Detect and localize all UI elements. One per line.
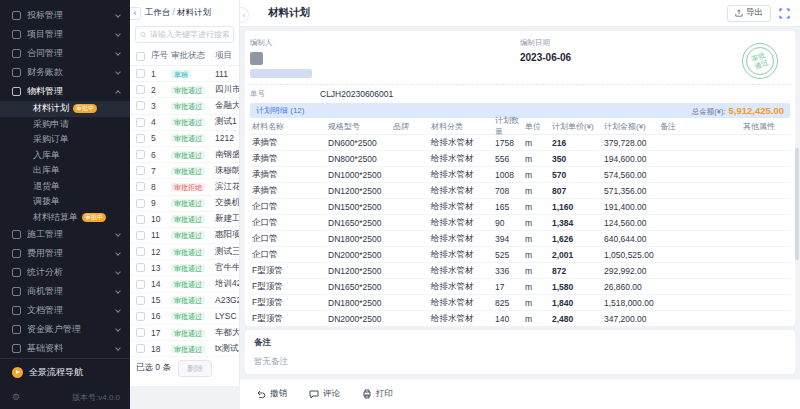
list-item[interactable]: 2审批通过四川市政项 <box>130 82 239 98</box>
row-checkbox[interactable] <box>136 182 145 191</box>
search-input[interactable] <box>150 30 229 39</box>
status-badge: 审批通过 <box>171 231 205 239</box>
list-item[interactable]: 13审批通过官牛牛 <box>130 260 239 276</box>
sidebar-item-return-order[interactable]: 退货单 <box>0 179 130 195</box>
sidebar-footer: 全景流程导航 ⚙ 版本号:v4.0.0 <box>0 358 130 409</box>
sidebar-item-process-navigation[interactable]: 全景流程导航 <box>0 359 130 385</box>
row-project: 南钢盛达大 <box>215 149 239 161</box>
row-checkbox[interactable] <box>136 199 145 208</box>
select-all-checkbox[interactable] <box>136 52 145 61</box>
sidebar-item-contract-management[interactable]: 合同管理 <box>0 44 130 63</box>
sidebar-item-statistics-analysis[interactable]: 统计分析 <box>0 263 130 282</box>
sidebar-item-purchase-request[interactable]: 采购申请 <box>0 117 130 133</box>
delete-button[interactable]: 删除 <box>178 360 212 377</box>
sidebar-item-expense-management[interactable]: 费用管理 <box>0 244 130 263</box>
list-item[interactable]: 4审批通过测试1 <box>130 115 239 131</box>
row-checkbox[interactable] <box>136 344 145 353</box>
row-checkbox[interactable] <box>136 215 145 224</box>
row-checkbox[interactable] <box>136 312 145 321</box>
gear-icon[interactable]: ⚙ <box>12 392 20 402</box>
sidebar-item-material-plan[interactable]: 材料计划审批中 <box>0 101 130 117</box>
sidebar-item-project-management[interactable]: 项目管理 <box>0 25 130 44</box>
row-checkbox[interactable] <box>136 101 145 110</box>
row-checkbox[interactable] <box>136 150 145 159</box>
status-badge: 草稿 <box>171 70 191 78</box>
search-box[interactable] <box>135 26 234 43</box>
row-no: 5 <box>151 133 171 143</box>
chevron-down-icon <box>115 326 121 332</box>
fullscreen-icon[interactable] <box>779 8 790 19</box>
row-project: LYSC <box>215 311 239 321</box>
breadcrumb-root[interactable]: 工作台 <box>145 7 171 17</box>
status-badge: 审批拒绝 <box>171 183 205 191</box>
remark-value: 暂无备注 <box>254 356 786 368</box>
sidebar-item-inbound-order[interactable]: 入库单 <box>0 148 130 164</box>
export-button[interactable]: 导出 <box>727 5 771 22</box>
row-checkbox[interactable] <box>136 280 145 289</box>
list-item[interactable]: 18审批通过tx测试2 <box>130 341 239 357</box>
sidebar-item-document-management[interactable]: 文档管理 <box>0 301 130 320</box>
row-checkbox[interactable] <box>136 263 145 272</box>
detail-column-3: 材料分类 <box>431 121 495 132</box>
sidebar-item-outbound-order[interactable]: 出库单 <box>0 163 130 179</box>
expense-management-icon <box>12 249 21 258</box>
print-button[interactable]: 打印 <box>362 388 393 400</box>
sidebar-item-construction-management[interactable]: 施工管理 <box>0 225 130 244</box>
list-item[interactable]: 10审批通过新建工程-测 <box>130 212 239 228</box>
row-project: 111 <box>215 69 239 79</box>
comment-button[interactable]: 评论 <box>309 388 340 400</box>
fund-account-management-icon <box>12 325 21 334</box>
row-checkbox[interactable] <box>136 134 145 143</box>
row-no: 8 <box>151 182 171 192</box>
row-checkbox[interactable] <box>136 69 145 78</box>
detail-scrollbar[interactable] <box>795 148 799 260</box>
list-item[interactable]: 1草稿111 <box>130 66 239 82</box>
detail-column-7: 计划金额(¥) <box>604 121 660 132</box>
comment-icon <box>309 389 319 399</box>
material-row: 企口管DN2000*2500给排水管材525m2,0011,050,525.00 <box>250 247 790 263</box>
approval-badge: 审批中 <box>73 104 97 113</box>
status-badge: 审批通过 <box>171 102 205 110</box>
row-project: 测试1 <box>215 116 239 128</box>
list-item[interactable]: 15审批通过A23G2511 <box>130 293 239 309</box>
list-item[interactable]: 6审批通过南钢盛达大 <box>130 147 239 163</box>
sidebar-item-material-management[interactable]: 物料管理 <box>0 82 130 101</box>
list-item[interactable]: 9审批通过交换机 <box>130 196 239 212</box>
undo-button[interactable]: 撤销 <box>256 388 287 400</box>
row-checkbox[interactable] <box>136 118 145 127</box>
list-item[interactable]: 16审批通过LYSC <box>130 309 239 325</box>
list-item[interactable]: 14审批通过培训425 <box>130 276 239 292</box>
row-checkbox[interactable] <box>136 328 145 337</box>
row-checkbox[interactable] <box>136 85 145 94</box>
sidebar-item-transfer-order[interactable]: 调拨单 <box>0 194 130 210</box>
list-item[interactable]: 5审批通过1212 <box>130 131 239 147</box>
row-checkbox[interactable] <box>136 231 145 240</box>
list-item[interactable]: 17审批通过车都大厦 <box>130 325 239 341</box>
row-no: 12 <box>151 247 171 257</box>
row-no: 6 <box>151 150 171 160</box>
sidebar-item-basic-data[interactable]: 基础资料 <box>0 339 130 358</box>
row-checkbox[interactable] <box>136 296 145 305</box>
sidebar-item-bid-management[interactable]: 投标管理 <box>0 6 130 25</box>
process-navigation-label: 全景流程导航 <box>29 366 83 379</box>
list-item[interactable]: 11审批通过惠阳项目 <box>130 228 239 244</box>
row-checkbox[interactable] <box>136 166 145 175</box>
status-badge: 审批通过 <box>171 248 205 256</box>
row-checkbox[interactable] <box>136 247 145 256</box>
material-row: F型顶管DN1800*2500给排水管材825m1,8401,518,000.0… <box>250 295 790 311</box>
sidebar-item-purchase-order[interactable]: 采购订单 <box>0 132 130 148</box>
sidebar-item-finance-accounts[interactable]: 财务账款 <box>0 63 130 82</box>
sidebar-item-business-opportunity[interactable]: 商机管理 <box>0 282 130 301</box>
material-row: 承插管DN800*2500给排水管材556m350194,600.00 <box>250 151 790 167</box>
sidebar-item-material-settlement[interactable]: 材料结算单审批中 <box>0 210 130 226</box>
collapse-sidebar-button[interactable]: ‹ <box>130 7 141 20</box>
list-item[interactable]: 12审批通过测试三环路 <box>130 244 239 260</box>
sidebar-item-fund-account-management[interactable]: 资金账户管理 <box>0 320 130 339</box>
list-item[interactable]: 8审批拒绝滨江花城10 <box>130 179 239 195</box>
list-item[interactable]: 7审批通过珠穆朗玛峰 <box>130 163 239 179</box>
list-item[interactable]: 3审批通过金融大厦采 <box>130 98 239 114</box>
row-project: 新建工程-测 <box>215 213 239 225</box>
chevron-down-icon <box>115 69 121 75</box>
status-badge: 审批通过 <box>171 296 205 304</box>
material-row: 承插管DN600*2500给排水管材1758m216379,728.00 <box>250 135 790 151</box>
